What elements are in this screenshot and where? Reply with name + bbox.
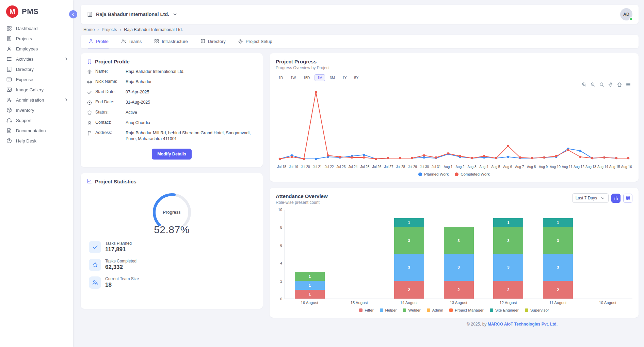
person-icon — [88, 39, 94, 44]
teams-icon — [89, 276, 101, 289]
footer-company-link[interactable]: MARCO AIoT Technologies Pvt. Ltd. — [488, 322, 558, 327]
tab-directory[interactable]: Directory — [200, 35, 226, 48]
sidebar-collapse-button[interactable] — [69, 10, 77, 18]
bar-segment-welder: 3 — [493, 227, 523, 254]
bar-segment-helper: 3 — [493, 254, 523, 281]
y-tick-label: 0 — [280, 297, 282, 301]
bookmark-icon — [87, 59, 92, 64]
project-progress-card: Project Progress Progress Overview by Pr… — [270, 53, 639, 182]
content-grid: Project Profile Name:Raja Bahadur Intern… — [81, 53, 639, 318]
reset-zoom-home-icon[interactable] — [617, 82, 622, 87]
sidebar-item-activities[interactable]: Activities — [0, 54, 73, 64]
x-tick-label: Aug 15 — [609, 165, 621, 169]
shield-icon — [87, 110, 92, 116]
chart-menu-icon[interactable] — [626, 82, 631, 87]
sidebar-item-support[interactable]: Support — [0, 115, 73, 125]
legend-helper[interactable]: Helper — [380, 308, 397, 312]
line-chart-icon — [87, 179, 92, 184]
range-buttons: 1D1W15D1M3M1Y5Y — [276, 74, 632, 81]
company-selector[interactable]: Raja Bahadur International Ltd. — [87, 11, 178, 17]
profile-field-contact: Contact:Anuj Chordia — [87, 120, 257, 126]
x-tick-label: Aug 2 — [454, 165, 466, 169]
range-button-3m[interactable]: 3M — [327, 74, 338, 81]
bar-segment-helper: 3 — [394, 254, 424, 281]
x-tick-label: Aug 6 — [502, 165, 514, 169]
sidebar-item-documentation[interactable]: Documentation — [0, 125, 73, 136]
range-button-1y[interactable]: 1Y — [340, 74, 350, 81]
company-name: Raja Bahadur International Ltd. — [96, 12, 169, 17]
date-range-select[interactable]: Last 7 Days — [572, 193, 609, 203]
chart-view-button[interactable] — [611, 194, 621, 203]
profile-field-name: Name:Raja Bahadur International Ltd. — [87, 69, 257, 75]
x-tick-label: Jul 19 — [288, 165, 300, 169]
tabs: ProfileTeamsInfrastructureDirectoryProje… — [81, 35, 639, 48]
modify-details-button[interactable]: Modify Details — [152, 149, 192, 160]
x-tick-label: Aug 14 — [597, 165, 609, 169]
sidebar-item-label: Image Gallery — [16, 87, 44, 92]
user-avatar[interactable]: AD — [620, 8, 632, 20]
zoom-in-icon[interactable] — [581, 82, 587, 87]
selection-zoom-icon[interactable] — [599, 82, 605, 87]
sidebar-item-label: Help Desk — [16, 138, 36, 144]
sidebar-item-help-desk[interactable]: Help Desk — [0, 136, 73, 146]
x-tick-label: Jul 26 — [371, 165, 383, 169]
apps-grid-icon[interactable] — [607, 11, 614, 18]
attendance-bar-chart: 0246810 111233123323312331 — [276, 210, 632, 299]
attendance-plot: 111233123323312331 — [285, 210, 632, 299]
sidebar-item-image-gallery[interactable]: Image Gallery — [0, 85, 73, 95]
y-tick-label: 10 — [278, 208, 282, 212]
sidebar-item-administration[interactable]: Administration — [0, 95, 73, 105]
sidebar-item-label: Administration — [16, 97, 44, 103]
sidebar-item-projects[interactable]: Projects — [0, 33, 73, 44]
sidebar-item-inventory[interactable]: Inventory — [0, 105, 73, 115]
tab-profile[interactable]: Profile — [88, 35, 109, 48]
breadcrumb-item-raja-bahadur-international-ltd: Raja Bahadur International Ltd. — [124, 27, 183, 32]
x-tick-label: Jul 24 — [347, 165, 359, 169]
logo-text: PMS — [22, 7, 38, 16]
breadcrumb-item-home[interactable]: Home — [83, 27, 95, 32]
bar-14-august: 2331 — [384, 210, 434, 299]
attendance-overview-card: Attendance Overview Role-wise present co… — [270, 188, 639, 318]
x-tick-label: Aug 3 — [466, 165, 478, 169]
sidebar-item-employees[interactable]: Employees — [0, 44, 73, 54]
sidebar-item-directory[interactable]: Directory — [0, 64, 73, 74]
x-tick-label: Jul 25 — [359, 165, 371, 169]
bar-segment-fitter: 2 — [444, 281, 474, 299]
progress-line-chart — [276, 88, 632, 164]
legend-completed-work[interactable]: Completed Work — [455, 172, 489, 176]
range-button-5y[interactable]: 5Y — [351, 74, 361, 81]
breadcrumb-separator: › — [120, 27, 121, 32]
legend-site-engineer[interactable]: Site Engineer — [490, 308, 519, 312]
tab-teams[interactable]: Teams — [121, 35, 142, 48]
legend-admin[interactable]: Admin — [427, 308, 444, 312]
bar-segment-welder: 3 — [394, 227, 424, 254]
breadcrumb-item-projects[interactable]: Projects — [102, 27, 117, 32]
legend-planned-work[interactable]: Planned Work — [418, 172, 449, 176]
range-button-15d[interactable]: 15D — [301, 74, 312, 81]
sidebar-item-expense[interactable]: Expense — [0, 74, 73, 85]
sidebar-item-dashboard[interactable]: Dashboard — [0, 23, 73, 33]
legend-project-manager[interactable]: Project Manager — [449, 308, 483, 312]
progress-gauge: Progress — [143, 190, 201, 231]
range-button-1d[interactable]: 1D — [276, 74, 286, 81]
gauge-label: Progress — [143, 210, 201, 215]
legend-welder[interactable]: Welder — [403, 308, 420, 312]
tab-infrastructure[interactable]: Infrastructure — [154, 35, 188, 48]
pan-icon[interactable] — [608, 82, 613, 87]
x-tick-label: Jul 29 — [406, 165, 418, 169]
bar-segment-fitter: 2 — [394, 281, 424, 299]
profile-fields: Name:Raja Bahadur International Ltd.Nick… — [87, 69, 257, 142]
range-button-1w[interactable]: 1W — [288, 74, 299, 81]
zoom-out-icon[interactable] — [590, 82, 596, 87]
range-button-1m[interactable]: 1M — [315, 74, 325, 81]
table-view-button[interactable] — [623, 194, 632, 203]
legend-supervisor[interactable]: Supervisor — [525, 308, 549, 312]
tab-project-setup[interactable]: Project Setup — [238, 35, 272, 48]
x-tick-label: 14 August — [384, 301, 434, 305]
bar-segment-welder: 1 — [295, 272, 325, 281]
profile-field-start-date: Start Date:07-Apr-2025 — [87, 89, 257, 95]
x-tick-label: Jul 31 — [430, 165, 442, 169]
x-tick-label: Jul 22 — [323, 165, 335, 169]
attendance-y-axis: 0246810 — [276, 210, 285, 299]
legend-fitter[interactable]: Fitter — [359, 308, 373, 312]
